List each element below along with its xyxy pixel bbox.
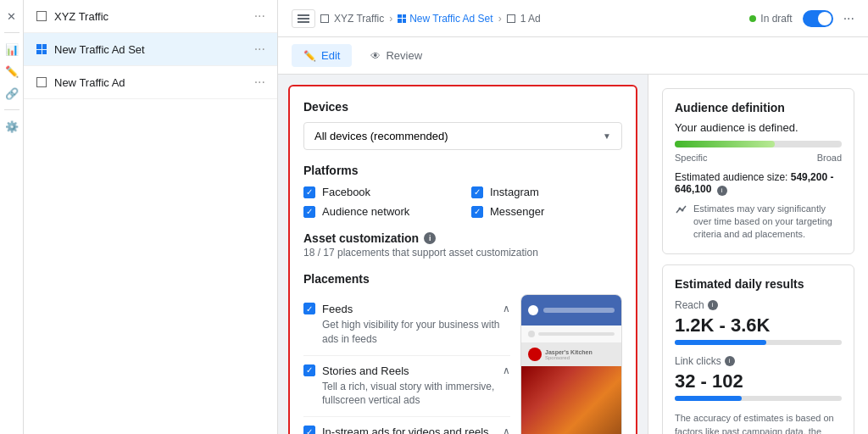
nav-divider-2 [4, 109, 19, 110]
placement-instream: ✓ In-stream ads for videos and reels Rea… [303, 417, 510, 434]
tab-edit[interactable]: ✏️ Edit [292, 44, 352, 67]
sidebar-item-adset[interactable]: New Traffic Ad Set ··· [24, 33, 277, 66]
placement-stories-left: ✓ Stories and Reels Tell a rich, visual … [303, 364, 503, 409]
topbar-more-icon[interactable]: ··· [843, 11, 854, 26]
svg-rect-1 [298, 18, 309, 19]
breadcrumb-campaign-icon [320, 14, 329, 23]
form-panel: Devices All devices (recommended) ▼ Plat… [278, 75, 648, 434]
campaign-icon [36, 10, 47, 22]
devices-title: Devices [303, 100, 622, 114]
accuracy-note: The accuracy of estimates is based on fa… [675, 411, 842, 434]
breadcrumb-sep-2: › [498, 13, 502, 25]
stories-checkbox[interactable]: ✓ [303, 364, 315, 376]
audience-bar-labels: Specific Broad [675, 153, 842, 163]
review-tab-label: Review [386, 49, 422, 62]
phone-nav-bar [538, 332, 615, 336]
phone-post-avatar [528, 348, 542, 361]
platforms-title: Platforms [303, 164, 622, 177]
form-section-main: Devices All devices (recommended) ▼ Plat… [288, 85, 637, 434]
breadcrumb-ad-label[interactable]: 1 Ad [520, 13, 541, 25]
messenger-checkbox[interactable]: ✓ [471, 206, 483, 218]
phone-food-image [521, 366, 621, 434]
audience-check-icon: ✓ [306, 207, 313, 216]
instream-check-icon: ✓ [306, 427, 313, 434]
phone-business-name: Jasper's Kitchen [545, 349, 593, 355]
feeds-collapse-icon[interactable]: ∧ [503, 303, 510, 314]
reach-value: 1.2K - 3.6K [675, 314, 842, 337]
sidebar-item-ad-left: New Traffic Ad [36, 76, 125, 89]
campaign-label: XYZ Traffic [54, 10, 108, 23]
audience-checkbox[interactable]: ✓ [303, 206, 315, 218]
audience-note: Estimates may vary significantly over ti… [675, 203, 842, 242]
phone-preview: Jasper's Kitchen Sponsored Jasper's Mark… [520, 294, 622, 434]
status-dot [749, 15, 756, 22]
tab-review[interactable]: 👁 Review [359, 44, 434, 67]
instream-name: In-stream ads for videos and reels [322, 426, 503, 434]
nav-divider [4, 32, 19, 33]
campaign-more-icon[interactable]: ··· [254, 8, 265, 24]
feeds-checkbox[interactable]: ✓ [303, 303, 315, 314]
instagram-checkbox[interactable]: ✓ [471, 186, 483, 198]
asset-info-icon[interactable]: i [424, 232, 436, 244]
breadcrumb: XYZ Traffic › New Traffic Ad Set › 1 Ad [292, 9, 541, 28]
link-clicks-value: 32 - 102 [675, 370, 842, 392]
content-area: Devices All devices (recommended) ▼ Plat… [278, 75, 868, 434]
specific-label: Specific [675, 153, 708, 163]
square-icon-2 [36, 77, 47, 87]
facebook-check-icon: ✓ [306, 187, 313, 197]
reach-bar-fill [675, 340, 766, 345]
settings-icon[interactable]: ⚙️ [3, 117, 21, 136]
placement-feeds: ✓ Feeds Get high visibility for your bus… [303, 294, 510, 356]
svg-point-4 [682, 209, 684, 211]
audience-note-text: Estimates may vary significantly over ti… [693, 203, 842, 242]
instream-checkbox[interactable]: ✓ [303, 426, 315, 434]
broad-label: Broad [817, 153, 842, 163]
facebook-checkbox[interactable]: ✓ [303, 186, 315, 198]
edit-pencil-icon: ✏️ [303, 50, 316, 62]
reach-label: Reach [675, 299, 704, 311]
instream-collapse-icon[interactable]: ∧ [503, 426, 510, 434]
panel-toggle-icon[interactable] [292, 9, 315, 28]
stories-collapse-icon[interactable]: ∧ [503, 364, 510, 376]
ad-label: New Traffic Ad [54, 76, 125, 89]
edit-nav-icon[interactable]: ✏️ [3, 62, 21, 81]
ad-more-icon[interactable]: ··· [254, 75, 265, 90]
audience-card: Audience definition Your audience is def… [662, 88, 854, 254]
phone-nav-dot [528, 331, 535, 337]
breadcrumb-campaign-label[interactable]: XYZ Traffic [334, 13, 384, 25]
platform-audience: ✓ Audience network [303, 205, 454, 218]
placement-instream-left: ✓ In-stream ads for videos and reels Rea… [303, 426, 503, 434]
audience-size: Estimated audience size: 549,200 - 646,1… [675, 171, 842, 196]
link-clicks-bar-fill [675, 396, 742, 401]
chart-icon[interactable]: 📊 [3, 40, 21, 58]
svg-rect-0 [298, 14, 309, 16]
link-clicks-bar [675, 396, 842, 401]
devices-dropdown[interactable]: All devices (recommended) ▼ [303, 122, 622, 150]
audience-defined-text: Your audience is defined. [675, 121, 842, 134]
platforms-section: Platforms ✓ Facebook ✓ Instagr [303, 164, 622, 218]
breadcrumb-ad: 1 Ad [507, 13, 541, 25]
sidebar-item-campaign[interactable]: XYZ Traffic ··· [24, 0, 277, 33]
link-clicks-label-row: Link clicks i [675, 355, 842, 367]
close-icon[interactable]: ✕ [3, 7, 21, 25]
reach-info-icon: i [708, 300, 718, 310]
audience-title: Audience definition [675, 101, 842, 114]
breadcrumb-adset-label: New Traffic Ad Set [409, 13, 493, 25]
toggle-button[interactable] [803, 10, 833, 27]
link-icon[interactable]: 🔗 [3, 84, 21, 103]
breadcrumb-adset[interactable]: New Traffic Ad Set [398, 13, 493, 25]
reach-metric: Reach i 1.2K - 3.6K [675, 299, 842, 345]
asset-section: Asset customization i 18 / 17 placements… [303, 231, 622, 259]
grid-icon [36, 44, 47, 54]
feeds-name: Feeds [322, 303, 503, 315]
main: XYZ Traffic › New Traffic Ad Set › 1 Ad [278, 0, 868, 434]
adset-more-icon[interactable]: ··· [254, 42, 265, 57]
asset-title: Asset customization [303, 231, 419, 245]
right-panel: Audience definition Your audience is def… [648, 75, 868, 434]
daily-title: Estimated daily results [675, 277, 842, 291]
sidebar-item-ad[interactable]: New Traffic Ad ··· [24, 66, 277, 99]
sidebar-item-campaign-left: XYZ Traffic [36, 10, 108, 23]
edit-tab-label: Edit [321, 49, 340, 62]
devices-section: Devices All devices (recommended) ▼ [303, 100, 622, 150]
dropdown-arrow-icon: ▼ [603, 131, 611, 141]
